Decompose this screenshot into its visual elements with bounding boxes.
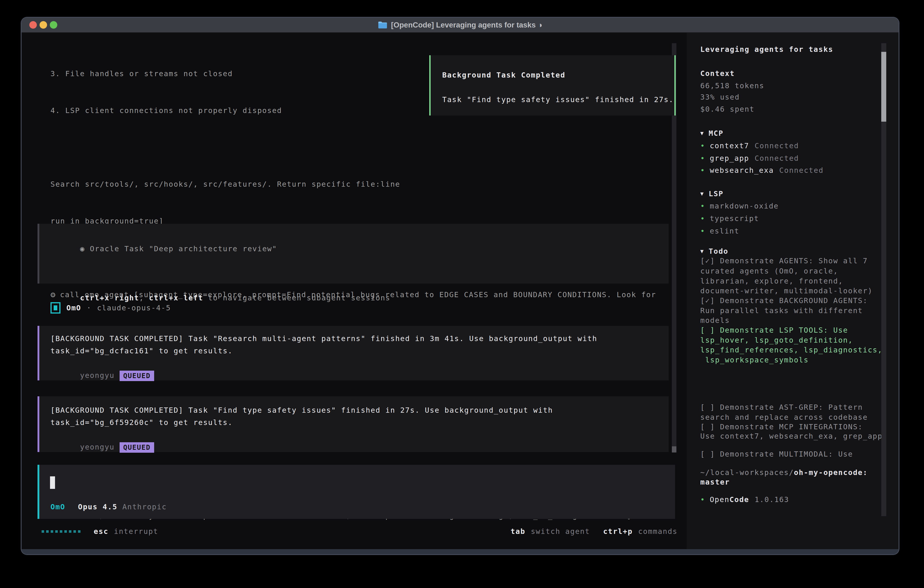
background-task-card: [BACKGROUND TASK COMPLETED] Task "Resear… — [38, 326, 669, 380]
mcp-item: • grep_app Connected — [700, 153, 799, 163]
keyhint-label: to navigate between subagent sessions — [203, 294, 390, 302]
notification-body: Task "Find type safety issues" finished … — [431, 93, 674, 106]
task-message-line2: task_id="bg_dcfac161" to get results. — [40, 345, 669, 357]
ctrlp-key-hint: ctrl+p — [603, 525, 633, 537]
todo-line: [ ] Demonstrate MCP INTEGRATIONS: — [700, 422, 863, 432]
todo-line: Use context7, websearch_exa, grep_app — [700, 431, 883, 441]
keyhint-ctrlx-left: ctrl+x left — [149, 294, 203, 302]
mcp-heading-label: MCP — [709, 128, 723, 138]
input-model[interactable]: Opus 4.5 — [78, 501, 117, 513]
spinner-icon — [41, 530, 81, 533]
context-tokens: 66,518 tokens — [700, 81, 764, 91]
context-spent: $0.46 spent — [700, 104, 754, 114]
sidebar-scrollbar-thumb[interactable] — [881, 52, 886, 122]
lsp-section-heading[interactable]: ▼ LSP — [700, 189, 723, 199]
todo-line: search and replace across codebase — [700, 412, 868, 422]
status-dot-icon: • — [700, 495, 705, 505]
task-status-badge: QUEUED — [120, 442, 154, 453]
mcp-item-name: context7 — [710, 141, 749, 151]
todo-line: Run parallel tasks with different — [700, 306, 863, 315]
task-message-line1: [BACKGROUND TASK COMPLETED] Task "Resear… — [40, 326, 669, 345]
input-agent-name: OmO — [51, 501, 65, 513]
notification-title: Background Task Completed — [431, 69, 674, 81]
oracle-icon: ◉ — [80, 244, 85, 253]
task-message-line2: task_id="bg_6f59260c" to get results. — [40, 416, 669, 429]
sidebar-title: Leveraging agents for tasks — [700, 45, 833, 55]
todo-line: [ ] Demonstrate LSP TOOLS: Use — [700, 325, 848, 335]
version-row: • OpenCode 1.0.163 — [700, 495, 789, 505]
oracle-task-heading: Oracle Task "Deep architecture review" — [90, 244, 277, 253]
todo-line: curated agents (OmO, oracle, — [700, 266, 838, 276]
esc-key-label: interrupt — [114, 525, 158, 537]
status-dot-icon: • — [700, 201, 705, 211]
mcp-item-status: Connected — [755, 141, 799, 151]
mcp-section-heading[interactable]: ▼ MCP — [700, 128, 723, 138]
todo-line: [ ] Demonstrate AST-GREP: Pattern — [700, 402, 863, 412]
titlebar[interactable]: [OpenCode] Leveraging agents for tasks ◑ — [21, 18, 899, 33]
todo-line: document-writer, multimodal-looker) — [700, 286, 873, 296]
chevron-down-icon: ▼ — [700, 128, 704, 138]
keyhint-sep: , — [139, 294, 149, 302]
mcp-item-name: grep_app — [710, 153, 749, 163]
prompt-input[interactable]: OmO Opus 4.5 Anthropic — [38, 465, 675, 519]
todo-line: lsp_workspace_symbols — [700, 355, 809, 365]
lsp-item-name: typescript — [710, 213, 759, 223]
lsp-item: • eslint — [700, 226, 739, 236]
keyhint-ctrlx-right: ctrl+x right — [80, 294, 139, 302]
todo-line: librarian, explore, frontend, — [700, 276, 843, 286]
context-heading: Context — [700, 68, 735, 78]
workspace-branch: master — [700, 477, 730, 487]
close-button[interactable] — [29, 21, 37, 29]
main-scrollbar-thumb[interactable] — [672, 446, 676, 453]
status-bar-right: tab switch agent ctrl+p commands — [511, 525, 678, 537]
lsp-heading-label: LSP — [709, 189, 723, 199]
mcp-item-status: Connected — [779, 165, 823, 175]
app-name-prefix: Open — [710, 495, 729, 505]
omo-agent-icon — [51, 302, 61, 314]
status-bar-left: esc interrupt — [41, 525, 158, 537]
zoom-button[interactable] — [50, 21, 57, 29]
task-user: yeongyu — [80, 443, 115, 451]
log-line — [51, 141, 656, 154]
separator-dot: · — [87, 302, 92, 314]
lsp-item: • markdown-oxide — [700, 201, 779, 211]
status-dot-icon: • — [700, 153, 705, 163]
todo-section-heading[interactable]: ▼ Todo — [700, 246, 728, 256]
terminal-window: 3. File handles or streams not closed 4.… — [21, 18, 899, 554]
todo-line: lsp_hover, lsp_goto_definition, — [700, 335, 853, 345]
todo-line: [ ] Demonstrate MULTIMODAL: Use — [700, 449, 853, 459]
lsp-item-name: eslint — [710, 226, 739, 236]
esc-key-hint: esc — [94, 525, 109, 537]
window-bottom-edge — [21, 549, 899, 554]
status-dot-icon: • — [700, 165, 705, 175]
minimize-button[interactable] — [40, 21, 47, 29]
tab-key-hint: tab — [511, 525, 525, 537]
tab-key-label: switch agent — [531, 525, 590, 537]
folder-icon — [378, 21, 388, 29]
input-provider: Anthropic — [122, 501, 167, 513]
agent-name: OmO — [66, 302, 81, 314]
status-dot-icon: • — [700, 141, 705, 151]
task-status-badge: QUEUED — [120, 371, 154, 381]
workspace-repo: oh-my-opencode: — [794, 467, 868, 477]
todo-line: lsp_find_references, lsp_diagnostics, — [700, 345, 883, 355]
mcp-item: • websearch_exa Connected — [700, 165, 823, 175]
todo-line: [✓] Demonstrate BACKGROUND AGENTS: — [700, 296, 868, 306]
log-line: Search src/tools/, src/hooks/, src/featu… — [51, 178, 656, 190]
todo-line: [✓] Demonstrate AGENTS: Show all 7 — [700, 256, 868, 266]
status-dot-icon: • — [700, 226, 705, 236]
mcp-item-name: websearch_exa — [710, 165, 774, 175]
chevron-down-icon: ▼ — [700, 246, 704, 256]
task-notification-toast: Background Task Completed Task "Find typ… — [429, 55, 676, 116]
oracle-task-box: ◉ Oracle Task "Deep architecture review"… — [38, 224, 669, 284]
lsp-item: • typescript — [700, 213, 759, 223]
status-dot-icon: • — [700, 213, 705, 223]
lsp-item-name: markdown-oxide — [710, 201, 779, 211]
chevron-down-icon: ▼ — [700, 189, 704, 199]
todo-heading-label: Todo — [709, 246, 728, 256]
app-name-bold: Code — [729, 495, 749, 505]
context-used: 33% used — [700, 92, 739, 102]
agent-session-header[interactable]: OmO · claude-opus-4-5 — [51, 302, 171, 314]
app-version: 1.0.163 — [755, 495, 789, 505]
window-title: [OpenCode] Leveraging agents for tasks ◑ — [391, 21, 542, 29]
